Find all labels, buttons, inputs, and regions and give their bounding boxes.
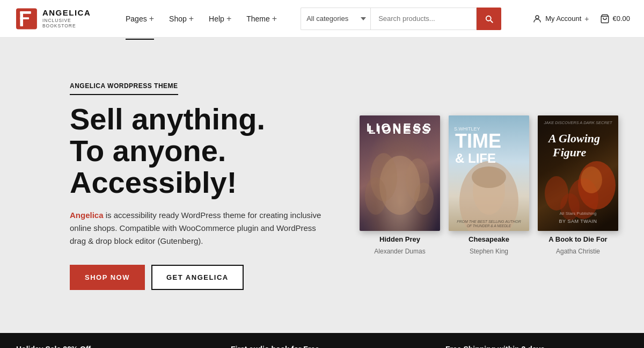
hero-content: ANGELICA WORDPRESS THEME Sell anything. … (70, 81, 327, 290)
cart-button[interactable]: €0.00 (596, 11, 635, 27)
banner-1: Holiday Sale 20% Off (0, 333, 215, 348)
logo-text: ANGELICA INCLUSIVE BOOKSTORE (42, 9, 102, 28)
shop-now-button[interactable]: SHOP NOW (70, 265, 145, 290)
book-cover-1: LIONESS (360, 115, 440, 231)
nav-item-pages[interactable]: Pages + (118, 10, 162, 28)
logo-tagline: INCLUSIVE BOOKSTORE (42, 18, 102, 28)
hero-link[interactable]: Angelica (70, 211, 104, 220)
book-card-2: S.WHITLEY TIME & LIFE FROM THE BEST SELL… (449, 115, 529, 255)
nav-item-shop[interactable]: Shop + (162, 10, 201, 28)
nav-plus-shop: + (189, 14, 194, 24)
logo-brand-name: ANGELICA (42, 9, 102, 18)
logo-icon (16, 8, 37, 30)
search-input[interactable] (370, 8, 477, 30)
account-plus: + (584, 15, 589, 23)
site-logo[interactable]: ANGELICA INCLUSIVE BOOKSTORE (16, 8, 102, 30)
svg-text:TIME: TIME (455, 130, 501, 152)
my-account-button[interactable]: My Account + (528, 11, 593, 27)
banner-2: First audio book for Free (215, 333, 429, 348)
svg-text:BY SAM TWAIN: BY SAM TWAIN (559, 219, 597, 224)
search-area: All categories (301, 8, 501, 30)
svg-point-8 (365, 177, 386, 215)
svg-point-25 (560, 193, 580, 220)
book-card-1: LIONESS Hidden Prey Alexander Dumas (360, 115, 440, 255)
bottom-banners: Holiday Sale 20% Off First audio book fo… (0, 333, 644, 348)
book-1-title: Hidden Prey (379, 235, 420, 243)
svg-text:LIONESS: LIONESS (367, 121, 434, 134)
book-card-3: JAKE DISCOVERS A DARK SECRET A Glowing F… (538, 115, 618, 255)
hero-headline: Sell anything. To anyone. Accessibly! (70, 104, 327, 198)
svg-text:FROM THE BEST SELLING AUTHOR: FROM THE BEST SELLING AUTHOR (457, 220, 521, 223)
nav-plus-pages: + (149, 14, 154, 24)
header-right: My Account + €0.00 (528, 11, 634, 27)
svg-text:LIFE: LIFE (468, 151, 496, 165)
svg-rect-3 (20, 17, 29, 19)
svg-point-26 (581, 166, 602, 193)
account-icon (532, 14, 542, 24)
svg-text:Figure: Figure (552, 146, 587, 159)
svg-text:All Stars Publishing: All Stars Publishing (560, 211, 597, 216)
site-header: ANGELICA INCLUSIVE BOOKSTORE Pages + Sho… (0, 0, 644, 38)
search-button[interactable] (477, 8, 501, 30)
book-3-author: Agatha Christie (556, 248, 600, 255)
hero-section: ANGELICA WORDPRESS THEME Sell anything. … (0, 38, 644, 333)
book-cover-3: JAKE DISCOVERS A DARK SECRET A Glowing F… (538, 115, 618, 231)
nav-plus-help: + (226, 14, 231, 24)
cover-2-svg: S.WHITLEY TIME & LIFE FROM THE BEST SELL… (449, 115, 529, 231)
svg-point-9 (414, 183, 434, 215)
hero-buttons: SHOP NOW GET ANGELICA (70, 265, 327, 290)
book-covers-area: LIONESS Hidden Prey Alexander Dumas (360, 115, 618, 255)
svg-text:A Glowing: A Glowing (547, 132, 600, 145)
get-angelica-button[interactable]: GET ANGELICA (151, 265, 244, 290)
book-3-title: A Book to Die For (548, 235, 607, 243)
cover-3-svg: JAKE DISCOVERS A DARK SECRET A Glowing F… (538, 115, 618, 231)
cover-1-svg: LIONESS (360, 115, 440, 231)
cart-icon (600, 14, 610, 24)
nav-item-help[interactable]: Help + (201, 10, 239, 28)
book-2-title: Chesapeake (469, 235, 509, 243)
svg-text:JAKE DISCOVERS A DARK SECRET: JAKE DISCOVERS A DARK SECRET (544, 120, 613, 125)
svg-text:&: & (455, 151, 464, 165)
svg-point-14 (472, 166, 506, 188)
nav-item-theme[interactable]: Theme + (239, 10, 284, 28)
category-select[interactable]: All categories (301, 8, 370, 30)
main-nav: Pages + Shop + Help + Theme + (118, 10, 284, 28)
book-cover-2: S.WHITLEY TIME & LIFE FROM THE BEST SELL… (449, 115, 529, 231)
svg-point-4 (536, 16, 539, 19)
nav-plus-theme: + (272, 14, 277, 24)
book-2-author: Stephen King (470, 248, 508, 255)
hero-eyebrow: ANGELICA WORDPRESS THEME (70, 82, 178, 95)
hero-description: Angelica is accessibility ready WordPres… (70, 209, 327, 248)
banner-3: Free Shipping within 2 days (429, 333, 644, 348)
book-1-author: Alexander Dumas (374, 248, 425, 255)
search-icon (484, 14, 494, 24)
svg-text:OF THUNDER & A NEEDLE: OF THUNDER & A NEEDLE (467, 224, 511, 228)
svg-rect-2 (20, 11, 31, 14)
